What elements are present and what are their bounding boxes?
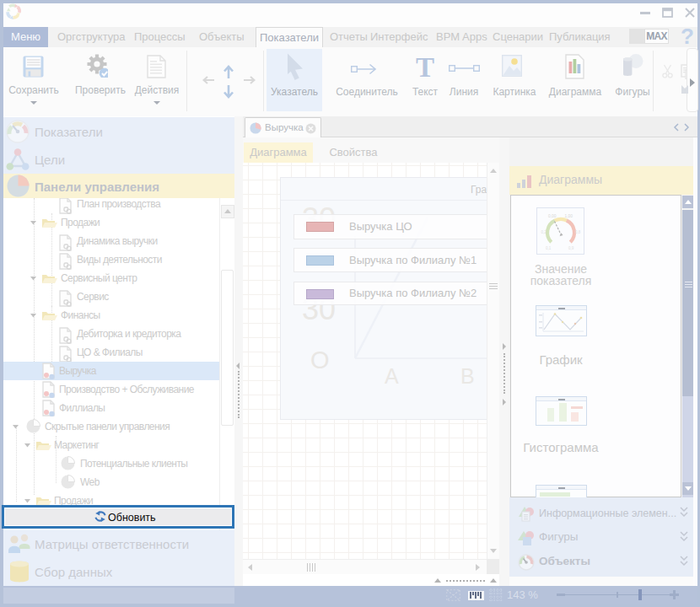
svg-text:0,8: 0,8 xyxy=(575,230,581,234)
svg-text:0,9: 0,9 xyxy=(568,246,574,250)
svg-text:0,00: 0,00 xyxy=(548,214,557,218)
svg-text:0,1: 0,1 xyxy=(546,246,552,250)
svg-text:0,2: 0,2 xyxy=(541,230,547,234)
svg-text:1,00: 1,00 xyxy=(565,214,573,218)
